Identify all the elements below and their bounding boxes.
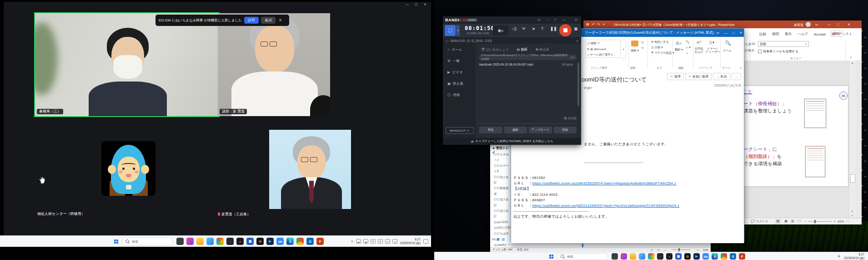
ppt-close-button[interactable]: ✕ <box>848 23 850 26</box>
quick-steps-box[interactable]: ▨ 移動: ? ✉ 泉 (Microsoft… ▭ チーム宛て電子メ… <box>585 40 621 58</box>
folder-item[interactable]: ◎◎えきねっと <box>494 152 511 163</box>
ribbon-tab[interactable]: 表示 <box>785 32 792 36</box>
slideshow-icon[interactable]: 🖵 <box>798 219 801 223</box>
capture-area-dropdown[interactable]: ▼ <box>456 25 460 36</box>
schedule-icon[interactable]: ◔ <box>546 18 548 21</box>
app-icon[interactable]: O <box>730 253 736 260</box>
immersive-reader-icon[interactable]: ▯🕨 <box>709 40 714 45</box>
ribbon-display-icon[interactable]: ▭ <box>815 23 818 26</box>
zoom-minimize-button[interactable]: — <box>406 3 409 6</box>
stop-record-button[interactable] <box>559 24 572 36</box>
tab-getting-started[interactable]: 🎬 はじめましょう <box>481 47 509 52</box>
app-icon[interactable] <box>196 238 204 245</box>
app-icon[interactable]: ○ <box>296 238 304 245</box>
app-icon[interactable]: ▦ <box>246 238 254 245</box>
message-close-button[interactable]: ✕ <box>739 31 742 35</box>
onenote-icon[interactable]: ◳ <box>641 41 644 44</box>
immersive-reader-button[interactable]: イマーシ ブ リーダー <box>705 47 720 53</box>
reading-view-icon[interactable]: ▯ <box>651 248 652 251</box>
read-aloud-icon[interactable]: A⁾⁾ <box>697 40 701 45</box>
tray-icon[interactable]: ◁ <box>392 239 397 244</box>
ribbon-tab[interactable]: ヘルプ <box>798 32 808 36</box>
tray-icon[interactable]: ▭ <box>385 239 390 244</box>
text-overlay-icon[interactable]: T <box>541 26 544 31</box>
layout-icon[interactable]: ▭ <box>657 248 660 251</box>
app-icon[interactable]: P <box>739 253 745 260</box>
app-icon[interactable] <box>206 238 214 245</box>
file-action-button[interactable]: 再生 <box>479 127 502 133</box>
slide-sorter-icon[interactable]: ▦ <box>784 219 788 223</box>
folder-item[interactable]: ◎◎e-GOV <box>494 219 511 225</box>
app-icon[interactable]: zm <box>276 238 284 245</box>
translate-icon[interactable]: あa <box>676 40 682 46</box>
speaker-icon[interactable]: ◁) <box>512 26 517 31</box>
banner-close-icon[interactable]: ✕ <box>278 18 283 22</box>
bandicam-close-button[interactable]: ✕ <box>575 18 577 22</box>
tray-icon[interactable]: ☁ <box>363 239 368 244</box>
folder-item[interactable]: ◎◎法人会計 <box>494 174 511 186</box>
webcam-toggle-icon[interactable]: ◉✕ <box>493 25 508 36</box>
video-tile-avatar[interactable] <box>101 141 156 196</box>
search-input[interactable] <box>566 255 604 259</box>
forward-button[interactable]: →転送 <box>713 73 730 80</box>
app-icon[interactable] <box>639 253 645 260</box>
sort-order-button[interactable]: ☰ 日付順 <box>564 117 577 121</box>
app-icon[interactable] <box>630 253 636 260</box>
app-icon[interactable]: zm <box>702 253 709 260</box>
monitor-dropdown[interactable]: 自動▼ <box>758 41 809 47</box>
ribbon-collapse-icon[interactable]: ∧ <box>740 66 742 69</box>
move-folder-icon[interactable] <box>631 41 638 46</box>
ribbon-display-icon[interactable]: ▭ <box>716 31 719 35</box>
tray-overflow-chevron[interactable]: ∧ <box>351 240 353 243</box>
save-icon[interactable]: ▤ <box>586 23 589 26</box>
sidebar-item[interactable]: ⚙ 一般 <box>443 55 476 66</box>
normal-view-icon[interactable]: ▤ <box>775 219 781 224</box>
checkbox-icon[interactable] <box>758 50 762 53</box>
zoom-out-icon[interactable]: − <box>664 249 666 251</box>
zoom-maximize-button[interactable]: ▢ <box>415 3 418 6</box>
tray-icon[interactable]: ☁ <box>356 239 361 244</box>
sidebar-item[interactable]: ⓘ 情報 <box>443 89 476 101</box>
app-icon[interactable]: ◎ <box>684 253 691 260</box>
tray-icon[interactable]: Ψ <box>371 239 376 244</box>
recording-file-row[interactable]: bandicam 2025-09-19 08-24-59-507.mp4 36 … <box>479 63 573 66</box>
app-icon[interactable] <box>612 253 618 260</box>
app-icon[interactable]: ▶ <box>693 253 700 260</box>
video-tile-office[interactable]: 事務局（三） <box>34 12 220 117</box>
tab-video[interactable]: 🗁 動画 <box>517 47 527 52</box>
zoom-slider[interactable] <box>808 221 832 222</box>
start-button[interactable] <box>549 255 553 259</box>
search-input[interactable] <box>131 240 169 244</box>
file-list-scrollbar[interactable] <box>577 63 579 106</box>
reply-all-button[interactable]: ↩全員に返信 <box>685 73 712 80</box>
share-button[interactable]: 共有 <box>831 31 843 37</box>
scroll-down-icon[interactable]: ▼ <box>851 210 853 213</box>
app-icon[interactable] <box>186 238 194 245</box>
comments-button[interactable]: 💬 コメント <box>751 219 768 224</box>
translate-button[interactable]: 翻訳 ▾ <box>671 48 687 51</box>
taskbar-clock[interactable]: 8:27 2025/09/19 (金) <box>844 253 864 260</box>
actions-icon[interactable]: ↪ <box>641 46 643 49</box>
bandicam-minimize-button[interactable]: — <box>562 18 566 21</box>
app-icon[interactable]: e <box>286 238 294 245</box>
zoom-in-icon[interactable]: + <box>697 249 698 251</box>
capture-area-button[interactable]: ⛶ <box>445 25 456 36</box>
pause-button[interactable]: ❚❚ <box>550 26 557 31</box>
scroll-thumb[interactable] <box>850 174 855 183</box>
undo-icon[interactable]: ↶ <box>592 23 595 26</box>
view-button[interactable]: 表示 <box>261 17 276 24</box>
app-icon[interactable] <box>648 253 654 260</box>
file-action-button[interactable]: アップロード <box>529 127 552 133</box>
categorize-button[interactable]: ▦ 分類 ▾ <box>651 46 663 50</box>
zoom-link[interactable]: https://us06web.zoom.us/j/82211194022?pw… <box>532 204 680 208</box>
app-icon[interactable] <box>621 253 627 260</box>
app-icon[interactable] <box>176 238 184 245</box>
admit-button[interactable]: 許可 <box>244 17 259 24</box>
slide-scrollbar[interactable]: ▲ ▼ ⏶ ⏷ <box>849 61 856 218</box>
message-maximize-button[interactable]: □ <box>733 31 734 35</box>
screenshot-icon[interactable]: ▣ <box>574 26 578 31</box>
app-icon[interactable]: P <box>316 238 324 245</box>
tab-image[interactable]: ▣ 静止画 <box>535 47 549 52</box>
file-action-button[interactable]: 編集 <box>504 127 527 133</box>
mic-icon[interactable]: Ψ <box>522 26 526 31</box>
